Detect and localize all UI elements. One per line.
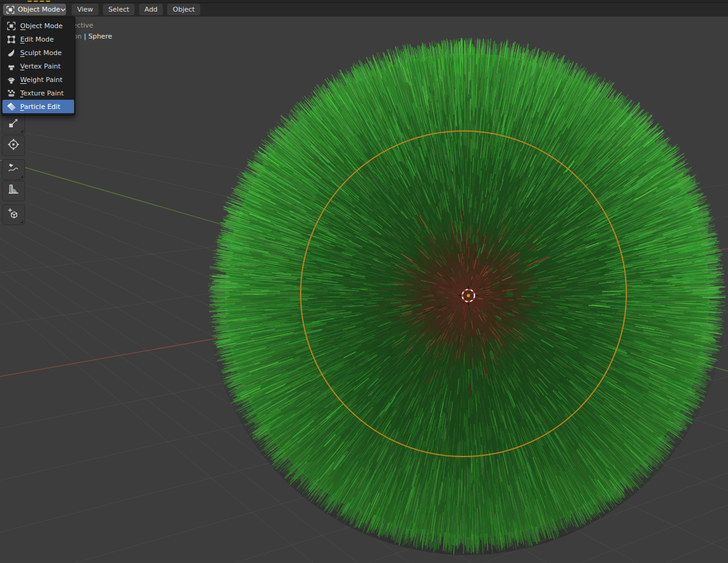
mode-option-label: Vertex Paint (20, 62, 61, 70)
scale-icon (7, 117, 20, 132)
add-cube-icon (7, 207, 20, 222)
edit-mode-icon (6, 34, 16, 44)
tool-transform[interactable] (2, 135, 25, 156)
tool-bar (2, 114, 25, 226)
texture-paint-icon (6, 88, 16, 98)
mode-option-label: Particle Edit (20, 103, 60, 111)
header-menu-object[interactable]: Object (167, 4, 200, 15)
weight-paint-icon (6, 75, 16, 84)
vertex-paint-icon (6, 61, 16, 71)
tool-annotate[interactable] (2, 159, 25, 180)
blender-window: Object Mode ViewSelectAddObject User Per… (0, 0, 728, 563)
header-menu-bar: ViewSelectAddObject (72, 4, 200, 15)
chevron-down-icon (60, 7, 66, 13)
mode-selector-label: Object Mode (18, 6, 60, 13)
mode-option-weight-paint[interactable]: Weight Paint (2, 73, 74, 86)
mode-option-texture-paint[interactable]: Texture Paint (2, 86, 74, 100)
topbar-accent-dash (28, 1, 32, 2)
topbar-accent-dash (34, 1, 38, 2)
mode-option-label: Texture Paint (20, 89, 64, 97)
3d-cursor (455, 282, 482, 309)
mode-option-edit-mode[interactable]: Edit Mode (2, 32, 74, 46)
topbar-accent-dash (40, 1, 44, 2)
header-menu-add[interactable]: Add (139, 4, 163, 15)
viewport-header: Object Mode ViewSelectAddObject (0, 3, 728, 17)
mode-option-label: Weight Paint (20, 76, 62, 84)
measure-icon (7, 184, 20, 198)
topbar-accent-dash (46, 1, 50, 2)
tool-measure[interactable] (2, 181, 25, 201)
object-mode-icon (6, 21, 16, 31)
object-mode-icon (6, 6, 15, 14)
header-menu-select[interactable]: Select (103, 4, 135, 15)
mode-option-particle-edit[interactable]: Particle Edit (2, 100, 74, 113)
mode-option-vertex-paint[interactable]: Vertex Paint (2, 59, 74, 73)
transform-icon (7, 138, 20, 153)
tool-scale[interactable] (2, 114, 25, 135)
topbar-sliver (0, 0, 728, 3)
mode-option-label: Edit Mode (20, 35, 54, 43)
header-menu-view[interactable]: View (72, 4, 99, 15)
annotate-icon (7, 162, 20, 177)
3d-viewport[interactable]: User Perspective (1) Collection | Sphere… (0, 17, 728, 563)
sculpt-mode-icon (6, 48, 16, 58)
mode-option-object-mode[interactable]: Object Mode (2, 19, 74, 32)
particle-edit-icon (6, 102, 16, 111)
mode-dropdown-menu: Object Mode Edit ModeSculpt Mode Vertex … (1, 17, 75, 116)
mode-option-label: Object Mode (20, 22, 62, 30)
mode-option-sculpt-mode[interactable]: Sculpt Mode (2, 46, 74, 59)
mode-option-label: Sculpt Mode (20, 49, 62, 57)
mode-selector-dropdown[interactable]: Object Mode (3, 4, 66, 15)
tool-add-cube[interactable] (2, 204, 25, 225)
